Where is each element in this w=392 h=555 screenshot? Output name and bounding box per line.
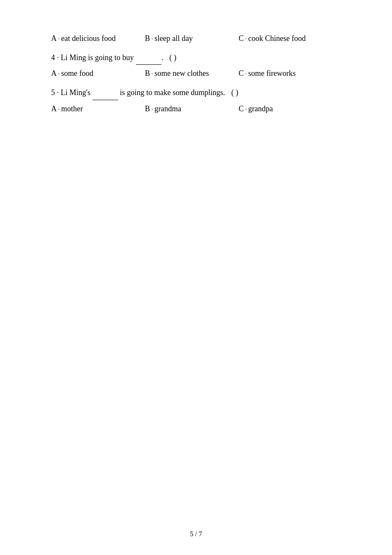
q5-question: 5 · Li Ming's is going to make some dump… bbox=[51, 86, 341, 100]
q4-options-row: A · some food B · some new clothes C · s… bbox=[51, 69, 341, 78]
q3-option-a-dot: · bbox=[57, 36, 61, 42]
q5-option-c-label: C bbox=[239, 104, 244, 113]
q4-option-a-text: some food bbox=[61, 69, 94, 78]
q4-option-c-dot: · bbox=[244, 71, 248, 77]
q5-option-b-dot: · bbox=[150, 106, 155, 113]
q4-question: 4 · Li Ming is going to buy . ( ) bbox=[51, 51, 341, 65]
q3-option-b: B · sleep all day bbox=[145, 34, 239, 43]
q4-bracket: ( ) bbox=[170, 51, 187, 64]
q4-option-a-label: A bbox=[51, 69, 57, 78]
q3-option-c-dot: · bbox=[244, 36, 248, 42]
q5-option-a: A · mother bbox=[51, 104, 145, 113]
q4-text-after: . bbox=[161, 51, 164, 64]
q4-option-b: B · some new clothes bbox=[145, 69, 239, 78]
q3-option-c: C · cook Chinese food bbox=[239, 34, 332, 43]
q5-text-before: Li Ming's bbox=[61, 86, 91, 99]
q4-option-a: A · some food bbox=[51, 69, 145, 78]
q3-option-b-dot: · bbox=[150, 36, 155, 42]
q3-option-b-label: B bbox=[145, 34, 150, 43]
q4-text-before: Li Ming is going to buy bbox=[61, 51, 134, 64]
q4-option-b-label: B bbox=[145, 69, 150, 78]
q5-blank bbox=[92, 86, 118, 100]
q3-option-a-text: eat delicious food bbox=[61, 34, 116, 43]
q5-option-b: B · grandma bbox=[145, 104, 239, 113]
q4-option-b-dot: · bbox=[150, 71, 155, 77]
q5-option-b-label: B bbox=[145, 104, 150, 113]
q4-option-b-text: some new clothes bbox=[155, 69, 209, 78]
q5-dot: · bbox=[55, 86, 61, 99]
q4-option-c-label: C bbox=[239, 69, 244, 78]
q4-option-a-dot: · bbox=[57, 71, 61, 77]
q5-option-c: C · grandpa bbox=[239, 104, 332, 113]
q4-option-c: C · some fireworks bbox=[239, 69, 332, 78]
q3-option-c-label: C bbox=[239, 34, 244, 43]
q5-number: 5 bbox=[51, 86, 55, 99]
q3-option-a-label: A bbox=[51, 34, 57, 43]
q5-option-a-text: mother bbox=[61, 104, 83, 113]
q5-text-after: is going to make some dumplings. bbox=[120, 86, 225, 99]
q3-option-c-text: cook Chinese food bbox=[248, 34, 306, 43]
q5-option-c-dot: · bbox=[244, 106, 248, 113]
q3-option-a: A · eat delicious food bbox=[51, 34, 145, 43]
page-number: 5 / 7 bbox=[190, 530, 202, 538]
q5-bracket: ( ) bbox=[231, 86, 248, 99]
q5-option-a-dot: · bbox=[57, 106, 61, 113]
q4-dot: · bbox=[55, 51, 61, 64]
q5-option-a-label: A bbox=[51, 104, 57, 113]
q5-option-b-text: grandma bbox=[155, 104, 182, 113]
q5-options-row: A · mother B · grandma C · grandpa bbox=[51, 104, 341, 113]
page-footer: 5 / 7 bbox=[0, 530, 392, 538]
q3-options-row: A · eat delicious food B · sleep all day… bbox=[51, 34, 341, 43]
q5-option-c-text: grandpa bbox=[248, 104, 273, 113]
q4-option-c-text: some fireworks bbox=[248, 69, 296, 78]
q4-blank bbox=[136, 51, 161, 65]
q3-option-b-text: sleep all day bbox=[155, 34, 193, 43]
q4-number: 4 bbox=[51, 51, 55, 64]
